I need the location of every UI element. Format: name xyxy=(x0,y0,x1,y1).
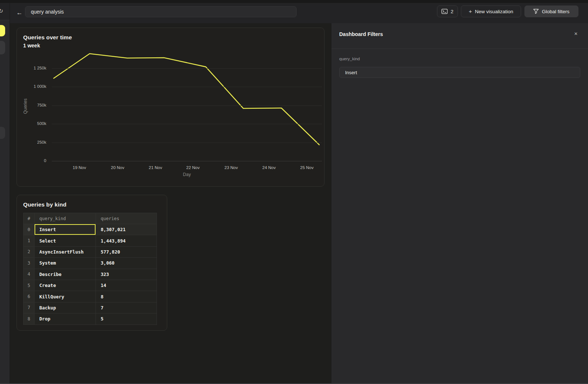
row-index-cell: 5 xyxy=(24,280,35,291)
x-tick-label: 22 Nov xyxy=(180,165,206,170)
back-button[interactable]: ← xyxy=(15,8,24,18)
table-row: 7Backup7 xyxy=(24,302,157,313)
queries-count-cell[interactable]: 1,443,894 xyxy=(96,235,157,246)
chart-card-queries-over-time: Queries over time 1 week Queries 0250k50… xyxy=(17,28,325,187)
query-kind-cell[interactable]: Create xyxy=(35,280,96,291)
gridline xyxy=(52,105,322,106)
sidebar-item-2[interactable] xyxy=(0,41,5,54)
row-index-cell: 2 xyxy=(24,246,35,257)
table-header: #query_kindqueries xyxy=(24,213,157,224)
new-visualization-label: New visualization xyxy=(475,9,513,14)
sidebar-item-active[interactable] xyxy=(0,25,5,36)
gridline xyxy=(52,124,322,124)
column-header-query_kind: query_kind xyxy=(35,213,96,224)
left-sidebar: ↻ xyxy=(0,0,10,384)
queries-count-cell[interactable]: 8 xyxy=(96,291,157,302)
y-tick-label: 250k xyxy=(21,140,46,144)
dashboard-title-input[interactable] xyxy=(25,6,297,17)
query-kind-cell[interactable]: System xyxy=(35,258,96,269)
queries-count-cell[interactable]: 577,820 xyxy=(96,246,157,257)
table-row: 5Create14 xyxy=(24,280,157,291)
sidebar-top-strip xyxy=(0,0,10,3)
query-kind-cell[interactable]: KillQuery xyxy=(35,291,96,302)
query-kind-cell[interactable]: AsyncInsertFlush xyxy=(35,246,96,257)
y-tick-label: 1 250k xyxy=(21,66,46,70)
x-tick-label: 20 Nov xyxy=(105,165,130,170)
gridline xyxy=(52,87,322,87)
plus-icon: + xyxy=(469,8,472,14)
sidebar-header: ↻ xyxy=(0,3,10,20)
y-tick-label: 750k xyxy=(21,103,46,107)
row-index-cell: 7 xyxy=(24,302,35,313)
refresh-icon[interactable]: ↻ xyxy=(0,8,3,14)
console-count: 2 xyxy=(451,9,453,14)
queries-count-cell[interactable]: 8,307,021 xyxy=(96,224,157,235)
row-index-cell: 8 xyxy=(24,313,35,324)
sidebar-item-3[interactable] xyxy=(0,127,5,139)
chart-subtitle: 1 week xyxy=(23,43,40,49)
column-header-index: # xyxy=(24,213,35,224)
gridline xyxy=(52,143,322,143)
x-tick-label: 19 Nov xyxy=(67,165,92,170)
console-window-icon xyxy=(441,9,448,14)
filter-field-input-query_kind[interactable] xyxy=(339,67,580,78)
header-bar: ← 2 + New visualization Global filters xyxy=(10,3,588,23)
x-axis-title: Day xyxy=(52,172,322,177)
table-row: 3System3,060 xyxy=(24,258,157,269)
panel-divider xyxy=(331,49,588,49)
query-kind-cell[interactable]: Describe xyxy=(35,269,96,280)
table-row: 1Select1,443,894 xyxy=(24,235,157,246)
row-index-cell: 3 xyxy=(24,258,35,269)
table-row: 8Drop5 xyxy=(24,313,157,324)
y-tick-label: 0 xyxy=(21,158,46,163)
row-index-cell: 4 xyxy=(24,269,35,280)
gridline xyxy=(52,161,322,161)
queries-count-cell[interactable]: 3,060 xyxy=(96,258,157,269)
x-tick-label: 25 Nov xyxy=(294,165,320,170)
row-index-cell: 1 xyxy=(24,235,35,246)
query-kind-cell[interactable]: Insert xyxy=(35,224,96,235)
query-kind-cell[interactable]: Select xyxy=(35,235,96,246)
filters-panel-title: Dashboard Filters xyxy=(339,31,383,37)
queries-count-cell[interactable]: 14 xyxy=(96,280,157,291)
table-card-queries-by-kind: Queries by kind #query_kindqueries 0Inse… xyxy=(17,195,167,331)
queries-count-cell[interactable]: 323 xyxy=(96,269,157,280)
global-filters-button[interactable]: Global filters xyxy=(524,6,578,17)
table-row: 0Insert8,307,021 xyxy=(24,224,157,235)
chart-title: Queries over time xyxy=(23,34,72,41)
global-filters-label: Global filters xyxy=(542,9,569,14)
filter-field-label: query_kind xyxy=(339,57,360,61)
queries-count-cell[interactable]: 5 xyxy=(96,313,157,324)
line-chart-plot-area xyxy=(52,52,322,161)
y-tick-label: 500k xyxy=(21,121,46,126)
table-title: Queries by kind xyxy=(23,201,67,208)
row-index-cell: 6 xyxy=(24,291,35,302)
column-header-queries: queries xyxy=(96,213,157,224)
x-tick-label: 21 Nov xyxy=(143,165,168,170)
back-arrow-icon: ← xyxy=(17,9,23,17)
query-kind-cell[interactable]: Drop xyxy=(35,313,96,324)
queries-count-cell[interactable]: 7 xyxy=(96,302,157,313)
dashboard-canvas: Queries over time 1 week Queries 0250k50… xyxy=(10,23,331,384)
table-row: 4Describe323 xyxy=(24,269,157,280)
table-row: 2AsyncInsertFlush577,820 xyxy=(24,246,157,257)
gridline xyxy=(52,68,322,69)
window-top-strip xyxy=(10,0,588,3)
dashboard-filters-panel: Dashboard Filters ✕ query_kind xyxy=(331,23,588,384)
console-count-button[interactable]: 2 xyxy=(437,6,458,17)
query-kind-cell[interactable]: Backup xyxy=(35,302,96,313)
table-row: 6KillQuery8 xyxy=(24,291,157,302)
queries-by-kind-table: #query_kindqueries 0Insert8,307,0211Sele… xyxy=(23,213,157,325)
row-index-cell: 0 xyxy=(24,224,35,235)
funnel-icon xyxy=(533,9,539,14)
y-tick-label: 1 000k xyxy=(21,84,46,89)
x-tick-label: 23 Nov xyxy=(218,165,244,170)
new-visualization-button[interactable]: + New visualization xyxy=(461,6,521,17)
close-icon[interactable]: ✕ xyxy=(574,31,578,36)
x-tick-label: 24 Nov xyxy=(256,165,282,170)
